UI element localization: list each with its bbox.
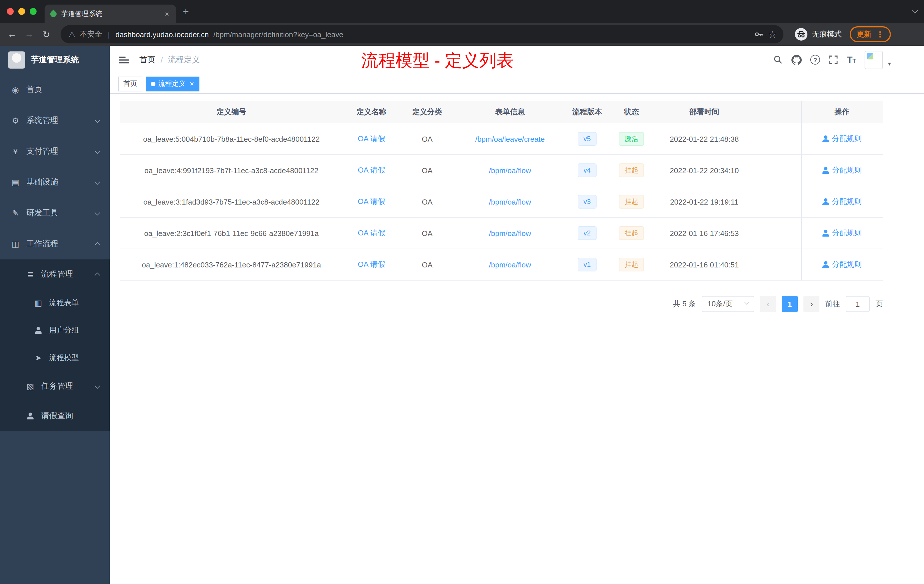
prev-page-button[interactable]: ‹ [760,296,776,312]
browser-tabstrip: 芋道管理系统 × + [0,0,924,23]
chevron-down-icon [94,148,100,153]
breadcrumb-home[interactable]: 首页 [139,54,155,65]
status-cell: 挂起 [609,226,654,240]
sidebar-item-process-form[interactable]: ▥流程表单 [0,289,110,317]
tab-title: 芋道管理系统 [61,9,159,18]
pagination: 共 5 条 10条/页 ‹ 1 › 前往 页 [120,296,883,312]
form-link[interactable]: /bpm/oa/flow [489,260,531,269]
minimize-window-button[interactable] [18,8,25,15]
sidebar-item-process-mgmt[interactable]: ≣流程管理 [0,259,110,289]
new-tab-button[interactable]: + [176,0,196,23]
goto-page-input[interactable] [846,296,870,312]
forward-icon[interactable]: → [21,26,38,43]
definition-name-link[interactable]: OA 请假 [358,259,385,270]
tag-流程定义[interactable]: 流程定义× [146,76,199,91]
col-actions: 操作 [801,107,883,117]
page-size-select[interactable]: 10条/页 [702,296,754,312]
definition-id: oa_leave:2:3c1f0ef1-76b1-11ec-9c66-a2380… [120,229,343,238]
assign-rule-link[interactable]: 分配规则 [822,228,862,238]
back-icon[interactable]: ← [3,26,21,43]
page-size-value: 10条/页 [708,299,733,309]
avatar-caret-icon[interactable]: ▾ [888,60,891,69]
assign-rule-link[interactable]: 分配规则 [822,165,862,175]
table-row: oa_leave:5:004b710b-7b8a-11ec-8ef0-acde4… [120,124,883,155]
form-link[interactable]: /bpm/oa/flow [489,229,531,238]
sidebar-item-label: 用户分组 [49,325,110,335]
table-row: oa_leave:4:991f2193-7b7f-11ec-a3c8-acde4… [120,155,883,186]
browser-tab[interactable]: 芋道管理系统 × [45,5,176,23]
sidebar-item-label: 基础设施 [26,177,96,187]
definition-category: OA [400,135,454,143]
sidebar-item-label: 流程模型 [49,353,110,363]
form-link[interactable]: /bpm/oa/flow [489,198,531,206]
maximize-window-button[interactable] [30,8,36,15]
definition-id: oa_leave:4:991f2193-7b7f-11ec-a3c8-acde4… [120,166,343,175]
chevron-down-icon [94,117,100,122]
gear-icon: ⚙ [10,116,21,125]
definition-name-link[interactable]: OA 请假 [358,228,385,238]
form-cell: /bpm/oa/flow [454,166,566,175]
tab-close-icon[interactable]: × [164,10,170,18]
form-cell: /bpm/oa/flow [454,260,566,269]
address-separator: | [108,30,110,39]
sidebar-item-infrastructure[interactable]: ▤基础设施 [0,167,110,198]
table-body: oa_leave:5:004b710b-7b8a-11ec-8ef0-acde4… [120,124,883,280]
reload-icon[interactable]: ↻ [38,26,55,43]
tab-search-chevron-icon[interactable] [912,7,918,14]
sidebar-item-user-group[interactable]: 用户分组 [0,317,110,344]
definition-name-cell: OA 请假 [343,134,400,144]
page-unit-label: 页 [875,299,883,309]
browser-menu-kebab-icon[interactable]: ⋮ [876,30,884,39]
address-bar[interactable]: ⚠ 不安全 | dashboard.yudao.iocoder.cn /bpm/… [61,25,784,43]
next-page-button[interactable]: › [804,296,819,312]
assign-rule-link[interactable]: 分配规则 [822,259,862,270]
sidebar-item-workflow[interactable]: ◫工作流程 [0,229,110,259]
sidebar-logo[interactable]: 芋道管理系统 [0,46,110,74]
avatar[interactable] [865,51,883,69]
form-link[interactable]: /bpm/oa/leave/create [475,135,545,143]
definition-category: OA [400,166,454,175]
close-window-button[interactable] [7,8,14,15]
version-tag: v2 [578,226,596,240]
assign-rule-link[interactable]: 分配规则 [822,134,862,144]
action-cell: 分配规则 [801,196,883,207]
definition-category: OA [400,229,454,238]
help-icon[interactable]: ? [810,55,820,64]
sidebar-item-payment[interactable]: ¥支付管理 [0,136,110,167]
font-size-icon[interactable]: TT [847,55,856,64]
version-tag: v4 [578,163,596,177]
fullscreen-icon[interactable] [828,55,838,64]
col-definition-category: 定义分类 [400,107,454,117]
sidebar-item-home[interactable]: ◉首页 [0,74,110,105]
form-link[interactable]: /bpm/oa/flow [489,166,531,175]
sidebar-item-system[interactable]: ⚙系统管理 [0,105,110,136]
sidebar-item-task-mgmt[interactable]: ▧任务管理 [0,371,110,401]
bookmark-star-icon[interactable]: ☆ [768,29,777,40]
sidebar-item-process-model[interactable]: ➤流程模型 [0,344,110,371]
close-icon[interactable]: × [190,79,194,88]
tag-active-dot [151,81,155,86]
person-icon [822,135,829,142]
tag-label: 流程定义 [158,79,186,89]
definition-name-link[interactable]: OA 请假 [358,165,385,175]
page-number-button[interactable]: 1 [782,296,798,312]
sidebar-collapse-icon[interactable] [119,56,129,63]
assign-rule-label: 分配规则 [832,134,862,144]
update-button[interactable]: 更新 ⋮ [850,26,891,42]
search-icon[interactable] [773,55,783,64]
status-cell: 挂起 [609,195,654,209]
definition-name-link[interactable]: OA 请假 [358,134,385,144]
assign-rule-link[interactable]: 分配规则 [822,196,862,207]
sidebar-item-leave-query[interactable]: 请假查询 [0,401,110,431]
chevron-down-icon [94,178,100,184]
col-status: 状态 [609,107,654,117]
sidebar-item-label: 请假查询 [41,411,110,421]
fixed-column-divider [801,101,802,280]
person-icon [822,230,829,237]
users-icon [35,327,42,334]
tag-首页[interactable]: 首页 [118,76,142,91]
password-key-icon[interactable] [753,29,764,40]
definition-name-link[interactable]: OA 请假 [358,196,385,207]
github-icon[interactable] [792,54,802,65]
sidebar-item-devtools[interactable]: ✎研发工具 [0,198,110,229]
